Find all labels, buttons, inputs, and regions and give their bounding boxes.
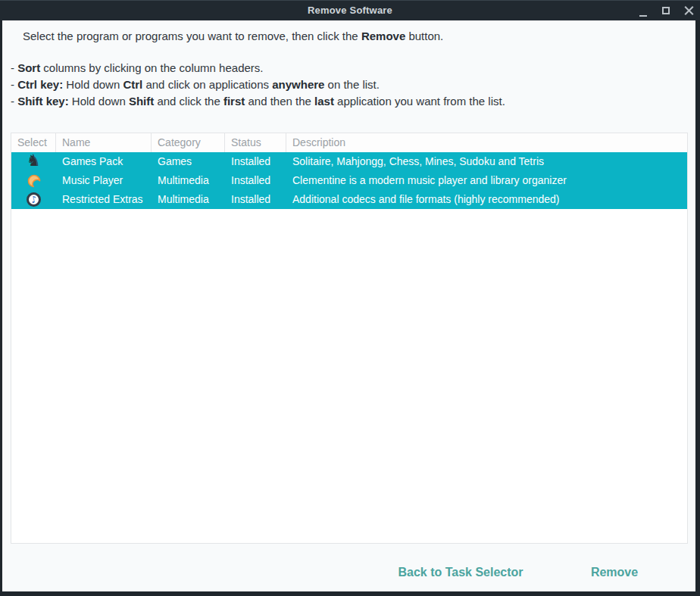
intro-text: Select the program or programs you want … [23, 28, 680, 44]
music-note-disc-icon: ♪ [27, 192, 41, 207]
column-header-category[interactable]: Category [152, 133, 225, 152]
minimize-icon [639, 9, 647, 17]
clementine-orange-icon [25, 172, 42, 189]
tip-sort: - Sort columns by clicking on the column… [11, 60, 685, 76]
dialog-body: Select the program or programs you want … [2, 20, 695, 591]
cell-description: Clementine is a modern music player and … [286, 171, 687, 190]
column-header-description[interactable]: Description [286, 133, 687, 152]
cell-description: Solitaire, Mahjongg, Chess, Mines, Sudok… [286, 152, 687, 171]
cell-status: Installed [225, 171, 286, 190]
cell-name: Music Player [56, 171, 152, 190]
table-header-row: Select Name Category Status Description [11, 133, 687, 152]
software-table: Select Name Category Status Description … [11, 133, 688, 544]
table-row-games-pack[interactable]: ♞ Games Pack Games Installed Solitaire, … [11, 152, 687, 171]
maximize-button[interactable] [661, 5, 671, 17]
window-title: Remove Software [0, 1, 700, 20]
cell-name: Restricted Extras [56, 190, 152, 209]
table-row-restricted-extras[interactable]: ♪ Restricted Extras Multimedia Installed… [11, 190, 687, 209]
remove-software-window: Remove Software Select the program or pr… [0, 0, 700, 596]
intro-post: button. [405, 30, 443, 42]
cell-status: Installed [225, 190, 286, 209]
cell-select [11, 171, 56, 190]
column-header-select[interactable]: Select [11, 133, 56, 152]
cell-select: ♪ [11, 190, 56, 209]
column-header-status[interactable]: Status [225, 133, 286, 152]
tip-shift-key: - Shift key: Hold down Shift and click t… [11, 93, 685, 110]
cell-category: Games [152, 152, 225, 171]
table-row-music-player[interactable]: Music Player Multimedia Installed Clemen… [11, 171, 687, 190]
tip-ctrl-key: - Ctrl key: Hold down Ctrl and click on … [11, 76, 685, 93]
maximize-icon [662, 7, 670, 14]
cell-name: Games Pack [56, 152, 152, 171]
column-header-name[interactable]: Name [56, 133, 152, 152]
chess-knight-icon: ♞ [27, 153, 41, 169]
cell-select: ♞ [11, 152, 56, 171]
intro-bold-remove: Remove [361, 30, 405, 42]
cell-category: Multimedia [152, 190, 225, 209]
close-button[interactable] [683, 5, 694, 17]
cell-category: Multimedia [152, 171, 225, 190]
music-note-icon: ♪ [30, 194, 37, 204]
cell-description: Additional codecs and file formats (high… [286, 190, 687, 209]
table-empty-area [11, 209, 687, 543]
titlebar[interactable]: Remove Software [0, 0, 700, 20]
cell-status: Installed [225, 152, 286, 171]
remove-button[interactable]: Remove [583, 561, 645, 584]
intro-pre: Select the program or programs you want … [23, 30, 361, 42]
window-controls [638, 1, 694, 20]
back-to-task-selector-button[interactable]: Back to Task Selector [390, 561, 530, 584]
minimize-button[interactable] [638, 5, 648, 17]
tips-list: - Sort columns by clicking on the column… [11, 60, 685, 110]
close-icon [684, 6, 694, 16]
